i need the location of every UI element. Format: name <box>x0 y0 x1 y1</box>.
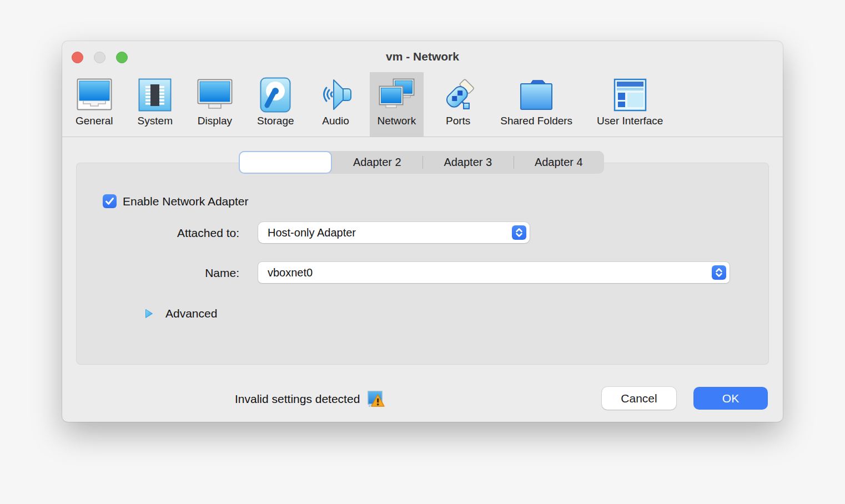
advanced-label[interactable]: Advanced <box>165 307 217 320</box>
toolbar-item-label: Ports <box>446 114 470 128</box>
desktop-background: vm - Network General <box>0 0 845 504</box>
warning-icon <box>367 390 385 409</box>
dual-monitors-icon <box>378 77 415 113</box>
monitor-icon <box>197 77 233 113</box>
toolbar-item-label: General <box>76 114 113 128</box>
toolbar-item-display[interactable]: Display <box>189 72 240 137</box>
toolbar-item-label: Network <box>378 114 416 128</box>
toolbar-item-system[interactable]: System <box>130 72 180 137</box>
plug-icon <box>440 77 476 113</box>
enable-network-adapter-row: Enable Network Adapter <box>103 194 248 208</box>
hard-disk-icon <box>260 77 291 113</box>
status-text: Invalid settings detected <box>235 392 360 406</box>
name-value: vboxnet0 <box>258 266 712 279</box>
chevron-up-down-icon <box>712 265 726 280</box>
tab-adapter-2[interactable]: Adapter 2 <box>332 151 423 174</box>
advanced-row: Advanced <box>145 307 217 320</box>
window-layout-icon <box>613 77 647 113</box>
chip-icon <box>138 77 172 113</box>
name-label: Name: <box>77 266 239 280</box>
toolbar-item-label: Shared Folders <box>500 114 572 128</box>
enable-network-adapter-label: Enable Network Adapter <box>123 195 248 208</box>
titlebar: vm - Network <box>62 41 783 72</box>
disclosure-triangle-icon[interactable] <box>145 309 153 319</box>
toolbar-item-label: Audio <box>322 114 349 128</box>
status-message: Invalid settings detected <box>235 389 385 409</box>
tab-adapter-4[interactable]: Adapter 4 <box>514 151 605 174</box>
folder-icon <box>519 77 554 113</box>
tab-adapter-1[interactable] <box>239 151 332 174</box>
toolbar-item-storage[interactable]: Storage <box>249 72 302 137</box>
cancel-button[interactable]: Cancel <box>602 387 676 410</box>
toolbar-item-shared-folders[interactable]: Shared Folders <box>492 72 580 137</box>
ok-button[interactable]: OK <box>693 387 768 410</box>
toolbar-item-audio[interactable]: Audio <box>311 72 361 137</box>
tab-label: Adapter 4 <box>535 156 583 169</box>
name-combobox[interactable]: vboxnet0 <box>258 262 730 283</box>
attached-to-label: Attached to: <box>77 226 239 240</box>
attached-to-select[interactable]: Host-only Adapter <box>258 222 530 243</box>
toolbar-item-user-interface[interactable]: User Interface <box>589 72 671 137</box>
settings-toolbar: General <box>62 72 783 137</box>
tab-adapter-3[interactable]: Adapter 3 <box>422 151 514 174</box>
chevron-up-down-icon <box>512 225 526 240</box>
monitor-tray-icon <box>77 77 112 113</box>
tab-label: Adapter 3 <box>444 156 492 169</box>
adapter-tabs: Adapter 2 Adapter 3 Adapter 4 <box>239 151 604 174</box>
enable-network-adapter-checkbox[interactable] <box>103 194 117 208</box>
toolbar-item-network[interactable]: Network <box>370 72 424 137</box>
vm-settings-window: vm - Network General <box>62 41 783 422</box>
toolbar-item-label: Storage <box>257 114 294 128</box>
attached-to-value: Host-only Adapter <box>258 226 512 239</box>
toolbar-item-label: System <box>138 114 173 128</box>
checkmark-icon <box>105 197 114 205</box>
toolbar-item-ports[interactable]: Ports <box>432 72 484 137</box>
tab-label: Adapter 2 <box>353 156 401 169</box>
toolbar-item-general[interactable]: General <box>68 72 121 137</box>
speaker-icon <box>319 77 353 113</box>
toolbar-item-label: Display <box>198 114 232 128</box>
window-title: vm - Network <box>62 41 783 72</box>
toolbar-item-label: User Interface <box>597 114 663 128</box>
adapter-panel: Enable Network Adapter Attached to: Host… <box>76 163 769 365</box>
